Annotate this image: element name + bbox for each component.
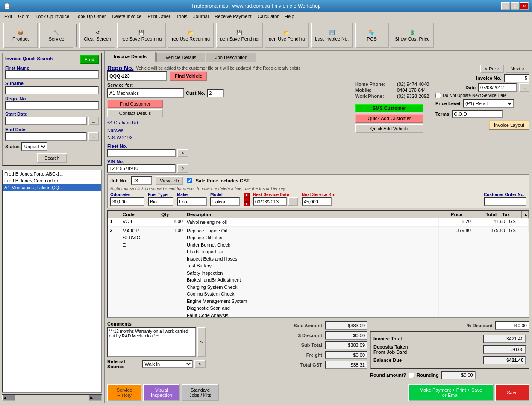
minimize-button[interactable]: ─ xyxy=(501,2,510,10)
contact-details-button[interactable]: Contact Details xyxy=(107,109,163,117)
fuel-type-input[interactable] xyxy=(148,197,173,206)
date-browse-button[interactable]: ... xyxy=(519,83,529,92)
fleet-input[interactable] xyxy=(107,149,176,157)
product-button[interactable]: 📦 Product xyxy=(3,23,38,48)
customer-order-no-input[interactable] xyxy=(484,197,526,206)
round-amount-checkbox[interactable] xyxy=(409,373,414,378)
referral-select[interactable]: Walk in Internet Referral Yellow Pages xyxy=(142,360,192,368)
menu-goto[interactable]: Go to xyxy=(15,13,32,20)
visual-inspection-button[interactable]: VisualInspection xyxy=(143,384,180,401)
result-item-1[interactable]: Fred B Jones;Forte;ABC-1... xyxy=(3,170,101,177)
comments-expand-button[interactable]: > xyxy=(197,327,206,357)
col-no xyxy=(108,211,121,218)
close-button[interactable]: ✕ xyxy=(520,2,529,10)
scroll-right-button[interactable]: ► xyxy=(89,395,102,401)
find-button[interactable]: Find xyxy=(80,55,99,64)
sms-customer-button[interactable]: SMS Customer xyxy=(355,104,423,112)
standard-jobs-button[interactable]: StandardJobs / Kits xyxy=(182,384,219,401)
freight-value[interactable] xyxy=(325,351,367,359)
end-date-browse-button[interactable]: ... xyxy=(88,132,99,141)
status-select[interactable]: Unpaid Paid All xyxy=(21,142,47,151)
find-vehicle-button[interactable]: Find Vehicle xyxy=(170,71,207,81)
vin-input[interactable] xyxy=(107,164,176,173)
menu-journal[interactable]: Journal xyxy=(191,13,211,20)
sale-price-gst-checkbox[interactable] xyxy=(187,178,192,183)
job-no-input[interactable] xyxy=(131,176,152,185)
start-date-browse-button[interactable]: ... xyxy=(88,117,99,125)
result-item-3[interactable]: A1 Mechanics ;Falcon;QQ... xyxy=(3,184,101,191)
red-arrow-up[interactable]: ▲ xyxy=(244,193,250,197)
date-input[interactable] xyxy=(478,83,517,92)
show-cost-price-button[interactable]: 💲 Show Cost Price xyxy=(391,23,434,48)
make-payment-button[interactable]: Make Payment + Print + Saveor Email xyxy=(408,384,494,401)
invoice-layout-button[interactable]: Invoice Layout xyxy=(489,120,529,130)
use-pending-button[interactable]: 📂 pen Use Pending xyxy=(265,23,309,48)
terms-input[interactable] xyxy=(452,110,503,118)
menu-receive-payment[interactable]: Receive Payment xyxy=(212,13,254,20)
odometer-input[interactable] xyxy=(110,197,144,206)
fleet-browse-button[interactable]: > xyxy=(177,149,188,157)
comments-textarea[interactable]: ***12 months Warranty on all work carrie… xyxy=(107,327,196,357)
balance-due-label: Balance Due xyxy=(373,358,402,363)
service-button[interactable]: 🔧 Service xyxy=(39,23,73,48)
menu-delete-invoice[interactable]: Delete Invoice xyxy=(109,13,144,20)
percent-discount-value[interactable] xyxy=(495,321,529,330)
cust-no-input[interactable] xyxy=(207,89,224,97)
view-job-button[interactable]: View Job xyxy=(156,176,183,185)
menu-help[interactable]: Help xyxy=(282,13,297,20)
clear-screen-button[interactable]: ↺ Clear Screen xyxy=(79,23,115,48)
save-pending-button[interactable]: 💾 pen Save Pending xyxy=(216,23,263,48)
menu-print-other[interactable]: Print Other xyxy=(145,13,173,20)
prev-button[interactable]: < Prev xyxy=(480,65,504,73)
result-item-2[interactable]: Fred B Jones;Commodore... xyxy=(3,177,101,184)
tab-vehicle-details[interactable]: Vehicle Details xyxy=(156,53,205,62)
make-input[interactable] xyxy=(177,197,207,206)
next-service-date-input[interactable] xyxy=(253,197,287,206)
first-name-input[interactable] xyxy=(5,70,99,79)
red-arrow-down[interactable]: ▼ xyxy=(244,202,250,206)
find-customer-button[interactable]: Find Customer xyxy=(107,100,163,108)
menu-calculator[interactable]: Calculator xyxy=(255,13,282,20)
red-arrow-mid[interactable] xyxy=(244,197,250,202)
table-row[interactable]: 2 MAJOR SERVIC E 1.00 Replace Engine Oil… xyxy=(108,227,529,317)
scroll-left-button[interactable]: ◄ xyxy=(2,395,15,401)
start-date-input[interactable] xyxy=(5,117,87,125)
model-input[interactable] xyxy=(210,197,240,206)
end-date-input[interactable] xyxy=(5,132,87,141)
horizontal-scrollbar[interactable]: ◄ ► xyxy=(2,394,102,401)
tab-invoice-details[interactable]: Invoice Details xyxy=(105,52,156,62)
next-service-km-input[interactable] xyxy=(302,197,332,206)
dollar-discount-row: $ Discount xyxy=(208,331,367,340)
vin-browse-button[interactable]: > xyxy=(177,164,188,173)
use-recurring-button[interactable]: 📂 rec Use Recurring xyxy=(168,23,214,48)
menu-lookup-invoice[interactable]: Look Up Invoice xyxy=(33,13,72,20)
pos-button[interactable]: 🏪 POS xyxy=(355,23,389,48)
price-level-select[interactable]: (P1) Retail (P2) Wholesale (P3) Trade xyxy=(463,99,514,108)
menu-exit[interactable]: Exit xyxy=(2,13,15,20)
menu-lookup-other[interactable]: Look Up Other xyxy=(73,13,109,20)
rego-no-input[interactable] xyxy=(5,101,99,110)
next-service-date-browse[interactable]: ... xyxy=(288,197,298,206)
surname-input[interactable] xyxy=(5,86,99,94)
make-label: Make xyxy=(177,192,207,197)
quick-add-customer-button[interactable]: Quick Add Customer xyxy=(355,114,423,123)
table-row[interactable]: 1 VOIL 8.00 Valvoline engine oil 5.20 41… xyxy=(108,218,529,227)
referral-row: Referral Source: Walk in Internet Referr… xyxy=(107,359,206,369)
referral-browse-button[interactable]: > xyxy=(194,360,206,368)
save-button[interactable]: Save xyxy=(495,384,529,401)
total-gst-row: Total GST xyxy=(208,361,367,369)
search-button[interactable]: Search xyxy=(37,153,67,163)
tab-job-description[interactable]: Job Description xyxy=(206,53,256,62)
dollar-discount-value[interactable] xyxy=(325,331,367,340)
menu-tools[interactable]: Tools xyxy=(174,13,190,20)
do-not-update-checkbox[interactable] xyxy=(435,93,441,98)
next-button[interactable]: Next > xyxy=(506,65,529,73)
quick-add-vehicle-button[interactable]: Quick Add Vehicle xyxy=(355,124,423,133)
service-for-input[interactable] xyxy=(107,88,184,98)
maximize-button[interactable]: □ xyxy=(511,2,519,10)
last-invoice-button[interactable]: 🔢 Last Invoice No. xyxy=(311,23,353,48)
rego-input[interactable] xyxy=(107,71,167,81)
service-history-button[interactable]: ServiceHistory xyxy=(107,384,141,401)
invoice-no-input[interactable] xyxy=(504,74,529,82)
save-recurring-button[interactable]: 💾 rec Save Recurring xyxy=(117,23,166,48)
